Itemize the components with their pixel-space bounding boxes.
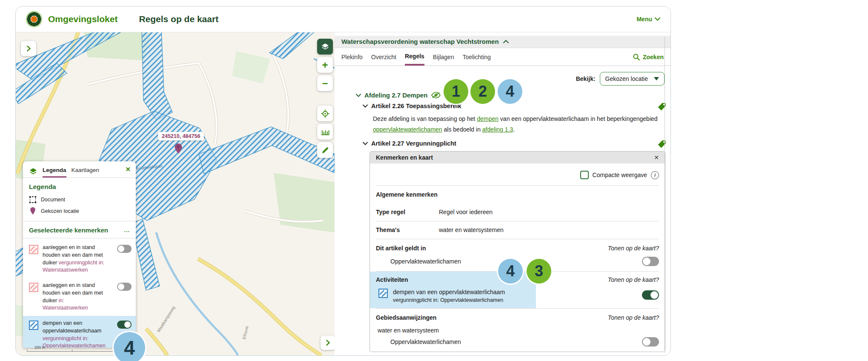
app-header: Omgevingsloket Regels op de kaart Menu <box>16 6 670 32</box>
tonen-op-kaart-label: Tonen op de kaart? <box>608 314 659 321</box>
location-pin-icon <box>174 143 183 154</box>
artikel-226-body: Deze afdeling is van toepassing op het d… <box>373 114 670 135</box>
tab-overzicht[interactable]: Overzicht <box>371 48 396 66</box>
themas-value: water en watersystemen <box>439 226 504 233</box>
map-canvas[interactable]: Bornsebeeklaan Maatkampsweg Elhorst 2452… <box>16 32 335 355</box>
view-dropdown[interactable]: Gekozen locatie <box>600 72 665 86</box>
draw-button[interactable] <box>317 142 333 158</box>
hatch-red-icon <box>29 245 38 254</box>
kenmerk-label: aanleggen en in stand houden van een dam… <box>43 282 103 304</box>
geldt-in-toggle[interactable] <box>642 257 659 266</box>
gebied-group-label: water en watersysteem <box>376 323 659 334</box>
tonen-op-kaart-label: Tonen op de kaart? <box>608 245 659 252</box>
view-value: Gekozen locatie <box>605 75 648 82</box>
map-expand-right-button[interactable] <box>321 335 335 350</box>
hatch-blue-icon <box>378 289 388 298</box>
panel-title-bar[interactable]: Waterschapsverordening waterschap Vechts… <box>335 36 670 48</box>
layers-button[interactable] <box>317 39 333 54</box>
menu-button[interactable]: Menu <box>636 16 660 23</box>
locate-button[interactable] <box>317 106 333 121</box>
body-text: . <box>513 126 515 133</box>
kenmerken-card: Kenmerken en kaart ✕ Compacte weergave i… <box>370 151 665 352</box>
layers-icon <box>29 167 37 176</box>
compact-view-row: Compacte weergave i <box>376 163 659 185</box>
info-icon[interactable]: i <box>651 171 659 179</box>
gebied-heading-row: Gebiedsaanwijzingen Tonen op de kaart? <box>376 309 659 323</box>
more-options-button[interactable]: ... <box>124 227 130 233</box>
tab-plekinfo[interactable]: Plekinfo <box>341 48 363 66</box>
tab-regels[interactable]: Regels <box>405 48 424 66</box>
link-oppervlaktewaterlichamen[interactable]: oppervlaktewaterlichamen <box>373 126 442 133</box>
measure-button[interactable] <box>317 124 333 140</box>
type-regel-value: Regel voor iedereen <box>439 209 493 215</box>
document-extent-icon <box>29 196 37 203</box>
rules-content: Afdeling 2.7 Dempen Artikel 2.26 Toepass… <box>335 90 670 355</box>
chevron-up-icon <box>503 40 509 43</box>
pin-icon <box>30 207 36 215</box>
legend-item-label: Document <box>41 197 65 203</box>
close-icon[interactable]: ✕ <box>654 154 659 161</box>
view-selector-row: Bekijk: Gekozen locatie <box>335 66 670 90</box>
legend-heading: Legenda <box>29 183 130 191</box>
selected-kenmerken-heading: Geselecteerde kenmerken <box>29 226 108 234</box>
kenmerk-toggle[interactable] <box>117 321 132 329</box>
chevron-down-icon <box>363 142 368 145</box>
themas-label: Thema's <box>376 226 439 233</box>
crosshair-icon <box>321 109 329 118</box>
tab-bijlagen[interactable]: Bijlagen <box>433 48 454 66</box>
layers-icon <box>321 43 329 51</box>
activiteit-toggle[interactable] <box>642 290 659 300</box>
themas-row: Thema's water en watersystemen <box>376 221 659 239</box>
gebied-toggle[interactable] <box>642 337 659 347</box>
legend-kenmerk-row-active: dempen van een oppervlaktewaterlichaam v… <box>23 316 136 348</box>
type-regel-label: Type regel <box>376 209 439 215</box>
screenshot-stage: Omgevingsloket Regels op de kaart Menu <box>0 0 868 361</box>
artikel-227-row[interactable]: Artikel 2.27 Vergunningplicht <box>363 140 665 147</box>
tonen-op-kaart-label: Tonen op de kaart? <box>608 276 659 283</box>
chevron-down-icon <box>654 77 659 80</box>
artikel-226-title: Artikel 2.26 Toepassingsbereik <box>371 103 461 109</box>
search-icon <box>633 54 640 60</box>
omgevingsloket-logo-icon <box>26 11 42 27</box>
map-expand-left-button[interactable] <box>21 41 36 56</box>
kenmerk-toggle[interactable] <box>117 283 132 291</box>
zoom-out-button[interactable]: − <box>317 75 333 91</box>
afdeling-27-row[interactable]: Afdeling 2.7 Dempen <box>356 92 665 99</box>
panel-scrollbar[interactable] <box>665 37 665 353</box>
geldt-in-item: Oppervlaktewaterlichamen <box>390 258 461 265</box>
link-dempen[interactable]: dempen <box>477 115 498 122</box>
chevron-down-icon <box>363 104 368 108</box>
kenmerk-sub: vergunningplicht in: Oppervlaktewaterlic… <box>43 335 106 348</box>
activiteiten-section: Activiteiten Tonen op de kaart? <box>376 272 659 308</box>
legend-item-label: Gekozen locatie <box>41 208 79 214</box>
kenmerk-toggle[interactable] <box>117 245 132 253</box>
artikel-226-row[interactable]: Artikel 2.26 Toepassingsbereik <box>363 103 665 109</box>
legend-kenmerk-row: aanleggen en in stand houden van een dam… <box>23 240 136 278</box>
hatch-blue-icon <box>29 321 38 330</box>
view-label: Bekijk: <box>576 75 596 82</box>
legend-tab-legenda[interactable]: Legenda <box>43 167 66 178</box>
body-text: Deze afdeling is van toepassing op het <box>373 115 477 122</box>
search-button[interactable]: Zoeken <box>633 54 664 60</box>
link-afdeling-13[interactable]: afdeling 1.3 <box>482 126 513 133</box>
legend-tab-kaartlagen[interactable]: Kaartlagen <box>72 167 99 176</box>
chevron-right-icon <box>326 340 330 346</box>
kenmerk-label: dempen van een oppervlaktewaterlichaam <box>43 320 101 334</box>
tab-toelichting[interactable]: Toelichting <box>463 48 491 66</box>
kenmerken-card-title: Kenmerken en kaart <box>376 154 433 161</box>
activiteit-sub: vergunningplicht in: Oppervlaktewaterlic… <box>393 297 505 303</box>
compact-view-checkbox[interactable] <box>580 171 589 179</box>
zoom-in-button[interactable]: + <box>317 57 333 73</box>
menu-label: Menu <box>636 16 652 23</box>
app-window: Omgevingsloket Regels op de kaart Menu <box>15 6 671 356</box>
chevron-down-icon <box>655 17 660 21</box>
ruler-icon <box>321 129 329 135</box>
chevron-down-icon <box>356 94 361 97</box>
gebied-item: Oppervlaktewaterlichamen <box>390 338 461 345</box>
artikel-227-title: Artikel 2.27 Vergunningplicht <box>371 140 456 147</box>
search-label: Zoeken <box>643 54 664 60</box>
page-title: Regels op de kaart <box>139 14 218 24</box>
eye-off-icon[interactable] <box>431 92 441 98</box>
legend-close-button[interactable]: ✕ <box>125 166 131 173</box>
legend-item-gekozen-locatie: Gekozen locatie <box>23 205 136 217</box>
